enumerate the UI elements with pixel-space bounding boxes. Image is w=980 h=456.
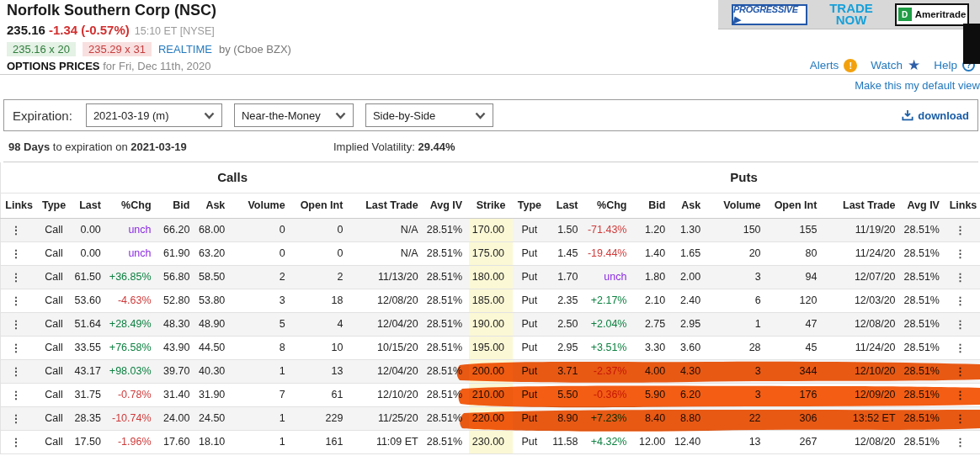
calls-section-header: Calls — [1, 162, 470, 193]
cell-calls-open-int: 61 — [292, 383, 350, 406]
cell-calls-ask: 44.50 — [196, 336, 232, 359]
cell-calls-type: Call — [37, 241, 71, 265]
cell-puts-bid: 1.40 — [633, 241, 672, 265]
alerts-link[interactable]: Alerts — [810, 59, 839, 72]
cell-calls-volume: 1 — [232, 406, 291, 430]
cell-calls-avg-iv: 28.51% — [425, 265, 469, 289]
default-view-link[interactable]: Make this my default view — [855, 79, 980, 92]
progressive-ad[interactable]: PROGRESSIVE ▶ — [732, 4, 807, 25]
realtime-link[interactable]: REALTIME — [158, 43, 212, 56]
cell-puts-bid: 2.10 — [633, 289, 672, 312]
col-header-open-int: Open Int — [768, 193, 824, 218]
cell-calls-last: 51.64 — [71, 312, 108, 336]
col-header-avg-iv: Avg IV — [425, 193, 469, 218]
puts-row-menu-icon[interactable]: ⋮ — [946, 265, 980, 289]
expiration-date: 2021-03-19 — [130, 141, 187, 153]
calls-row-menu-icon[interactable]: ⋮ — [1, 430, 38, 453]
cell-calls-chg: -4.63% — [108, 289, 158, 312]
cell-calls-last-trade: 11/25/20 — [349, 406, 424, 430]
cell-puts-volume: 3 — [707, 383, 767, 406]
puts-row-menu-icon[interactable]: ⋮ — [946, 312, 980, 336]
cell-calls-type: Call — [37, 383, 71, 406]
calls-row-menu-icon[interactable]: ⋮ — [1, 312, 38, 336]
trade-now-button[interactable]: TRADE NOW — [807, 3, 895, 26]
cell-calls-open-int: 229 — [292, 406, 350, 430]
calls-row-menu-icon[interactable]: ⋮ — [1, 289, 38, 312]
col-header-last-trade: Last Trade — [823, 193, 902, 218]
calls-row-menu-icon[interactable]: ⋮ — [1, 383, 38, 406]
cell-puts-avg-iv: 28.51% — [903, 430, 946, 453]
td-ameritrade-ad[interactable]: D Ameritrade — [895, 3, 969, 26]
cell-calls-ask: 18.10 — [196, 430, 232, 453]
cell-puts-avg-iv: 28.51% — [903, 289, 946, 312]
cell-calls-chg: unch — [108, 218, 158, 241]
ask-size-badge: 235.29 x 31 — [83, 42, 152, 56]
moneyness-select[interactable]: Near-the-Money — [234, 103, 354, 127]
cell-puts-last-trade: 13:52 ET — [823, 406, 902, 430]
moneyness-select-value: Near-the-Money — [242, 109, 321, 122]
calls-row-menu-icon[interactable]: ⋮ — [1, 265, 38, 289]
puts-row-menu-icon[interactable]: ⋮ — [946, 336, 980, 359]
watch-star-icon[interactable]: ★ — [908, 56, 920, 74]
download-button[interactable]: download — [902, 109, 969, 122]
puts-row-menu-icon[interactable]: ⋮ — [946, 241, 980, 265]
cell-puts-last-trade: 12/08/20 — [823, 312, 902, 336]
puts-row-menu-icon[interactable]: ⋮ — [946, 383, 980, 406]
cell-puts-open-int: 80 — [768, 241, 824, 265]
options-prices-date: for Fri, Dec 11th, 2020 — [103, 60, 210, 72]
calls-row-menu-icon[interactable]: ⋮ — [1, 336, 38, 359]
implied-volatility: Implied Volatility: 29.44% — [333, 141, 455, 153]
option-row-strike-175.00: ⋮Call0.00unch61.9063.2000N/A28.51%175.00… — [1, 241, 980, 265]
col-header-type: Type — [513, 193, 546, 218]
puts-row-menu-icon[interactable]: ⋮ — [946, 289, 980, 312]
cell-puts-ask: 8.80 — [672, 406, 707, 430]
col-header-links: Links — [1, 193, 38, 218]
puts-row-menu-icon[interactable]: ⋮ — [946, 430, 980, 453]
iv-label: Implied Volatility: — [333, 141, 418, 153]
puts-row-menu-icon[interactable]: ⋮ — [946, 218, 980, 241]
layout-select[interactable]: Side-by-Side — [365, 103, 493, 127]
option-row-strike-195.00: ⋮Call33.55+76.58%43.9044.5081010/15/2028… — [1, 336, 980, 359]
cell-puts-chg: +2.17% — [585, 289, 634, 312]
cell-puts-open-int: 267 — [768, 430, 824, 453]
cell-strike: 170.00 — [469, 218, 513, 241]
cell-puts-bid: 8.40 — [633, 406, 672, 430]
calls-row-menu-icon[interactable]: ⋮ — [1, 241, 38, 265]
cell-puts-ask: 12.40 — [672, 430, 707, 453]
col-header-ask: Ask — [672, 193, 707, 218]
cell-puts-bid: 4.00 — [633, 359, 672, 383]
puts-row-menu-icon[interactable]: ⋮ — [946, 359, 980, 383]
cell-puts-type: Put — [513, 359, 546, 383]
cell-puts-bid: 1.20 — [633, 218, 672, 241]
toolbar: Alerts ! Watch ★ Help ? — [810, 56, 975, 74]
col-header-bid: Bid — [633, 193, 672, 218]
chevron-down-icon — [204, 112, 215, 119]
header-divider — [0, 74, 980, 75]
cell-calls-ask: 68.00 — [196, 218, 232, 241]
puts-row-menu-icon[interactable]: ⋮ — [946, 406, 980, 430]
expiration-select-value: 2021-03-19 (m) — [93, 109, 169, 122]
cell-calls-last-trade: 12/04/20 — [349, 359, 424, 383]
cell-calls-ask: 53.80 — [196, 289, 232, 312]
cell-puts-type: Put — [513, 289, 546, 312]
cell-calls-open-int: 2 — [292, 265, 350, 289]
calls-row-menu-icon[interactable]: ⋮ — [1, 359, 38, 383]
cell-calls-ask: 48.90 — [196, 312, 232, 336]
cell-puts-type: Put — [513, 430, 546, 453]
cell-puts-open-int: 155 — [768, 218, 824, 241]
cell-strike: 230.00 — [469, 430, 513, 453]
watch-link[interactable]: Watch — [871, 59, 903, 72]
cell-calls-type: Call — [37, 359, 71, 383]
help-link[interactable]: Help — [934, 59, 957, 72]
expiration-select[interactable]: 2021-03-19 (m) — [86, 103, 222, 127]
cell-calls-last-trade: 12/10/20 — [349, 383, 424, 406]
cell-calls-bid: 61.90 — [158, 241, 197, 265]
cell-puts-chg: -19.44% — [585, 241, 634, 265]
cell-calls-type: Call — [37, 430, 71, 453]
calls-row-menu-icon[interactable]: ⋮ — [1, 406, 38, 430]
cell-puts-avg-iv: 28.51% — [903, 312, 946, 336]
cell-puts-chg: -71.43% — [585, 218, 634, 241]
calls-row-menu-icon[interactable]: ⋮ — [1, 218, 38, 241]
cell-strike: 195.00 — [469, 336, 513, 359]
alert-icon[interactable]: ! — [844, 59, 857, 72]
